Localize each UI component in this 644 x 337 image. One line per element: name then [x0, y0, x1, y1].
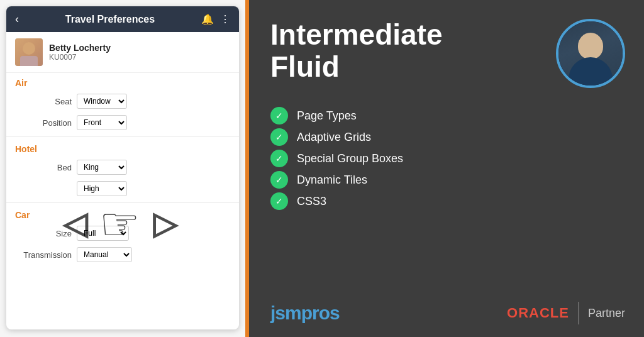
transmission-row: Transmission Manual Automatic: [6, 244, 239, 265]
size-select[interactable]: Full Compact SUV: [77, 226, 129, 241]
divider-2: [6, 202, 239, 202]
checklist-item-2: ✓ Adaptive Grids: [270, 128, 625, 146]
seat-row: Seat Window Aisle Middle: [6, 91, 239, 112]
mobile-content: Air Seat Window Aisle Middle Position Fr…: [6, 73, 239, 265]
transmission-label: Transmission: [15, 250, 72, 260]
checklist-label-5: CSS3: [297, 195, 326, 208]
divider-1: [6, 136, 239, 136]
profile-body: [569, 57, 613, 86]
divider-vertical: [578, 302, 579, 324]
checklist-item-1: ✓ Page Types: [270, 107, 625, 124]
seat-label: Seat: [15, 97, 72, 106]
header-icons: 🔔 ⋮: [201, 13, 230, 25]
right-top: Intermediate Fluid: [270, 19, 625, 88]
bottom-bar: jsmpros ORACLE Partner: [270, 292, 625, 324]
jsmpros-logo: jsmpros: [270, 302, 340, 324]
checklist-item-5: ✓ CSS3: [270, 192, 625, 210]
user-name: Betty Locherty: [49, 43, 111, 53]
floor-select[interactable]: High Low: [77, 181, 127, 196]
right-panel: Intermediate Fluid ✓ Page Types ✓ Adapti…: [245, 0, 644, 337]
check-icon-2: ✓: [270, 128, 288, 146]
bed-row: Bed King Queen Twin: [6, 157, 239, 178]
orange-accent: [245, 0, 249, 337]
user-bar: Betty Locherty KU0007: [6, 32, 239, 73]
profile-head: [578, 33, 603, 59]
checklist-item-3: ✓ Special Group Boxes: [270, 150, 625, 167]
hotel-section-header: Hotel: [6, 139, 239, 157]
check-icon-1: ✓: [270, 107, 288, 124]
oracle-text: ORACLE: [507, 305, 569, 321]
left-panel: ‹ Travel Preferences 🔔 ⋮ Betty Locherty …: [0, 0, 245, 337]
car-section-header: Car: [6, 205, 239, 223]
title-line2: Fluid: [270, 51, 443, 83]
size-label: Size: [15, 229, 72, 238]
bed-select[interactable]: King Queen Twin: [77, 160, 127, 175]
user-id: KU0007: [49, 53, 111, 62]
user-info: Betty Locherty KU0007: [49, 43, 111, 62]
check-icon-5: ✓: [270, 192, 288, 210]
check-icon-3: ✓: [270, 150, 288, 167]
checklist-label-2: Adaptive Grids: [297, 131, 371, 144]
more-icon[interactable]: ⋮: [220, 13, 230, 25]
position-row: Position Front Middle Back: [6, 112, 239, 133]
checklist-label-1: Page Types: [297, 109, 357, 123]
floor-row: High Low: [6, 178, 239, 199]
position-label: Position: [15, 118, 72, 128]
bed-label: Bed: [15, 163, 72, 172]
seat-select[interactable]: Window Aisle Middle: [77, 94, 127, 109]
bell-icon[interactable]: 🔔: [201, 13, 214, 25]
size-row: Size Full Compact SUV: [6, 223, 239, 244]
checklist-label-4: Dynamic Tiles: [297, 174, 367, 187]
mobile-title: Travel Preferences: [25, 14, 195, 25]
back-button[interactable]: ‹: [15, 13, 19, 26]
position-select[interactable]: Front Middle Back: [77, 115, 127, 130]
checklist-label-3: Special Group Boxes: [297, 152, 403, 165]
oracle-section: ORACLE Partner: [507, 302, 625, 324]
profile-circle: [556, 19, 625, 88]
checklist: ✓ Page Types ✓ Adaptive Grids ✓ Special …: [270, 107, 625, 214]
air-section-header: Air: [6, 73, 239, 91]
partner-text: Partner: [588, 307, 625, 320]
main-heading: Intermediate Fluid: [270, 19, 443, 82]
transmission-select[interactable]: Manual Automatic: [77, 247, 132, 262]
mobile-header: ‹ Travel Preferences 🔔 ⋮: [6, 6, 239, 32]
check-icon-4: ✓: [270, 171, 288, 189]
profile-image: [558, 21, 623, 86]
mobile-frame: ‹ Travel Preferences 🔔 ⋮ Betty Locherty …: [6, 6, 239, 329]
checklist-item-4: ✓ Dynamic Tiles: [270, 171, 625, 189]
title-line1: Intermediate: [270, 19, 443, 51]
avatar: [15, 38, 43, 66]
